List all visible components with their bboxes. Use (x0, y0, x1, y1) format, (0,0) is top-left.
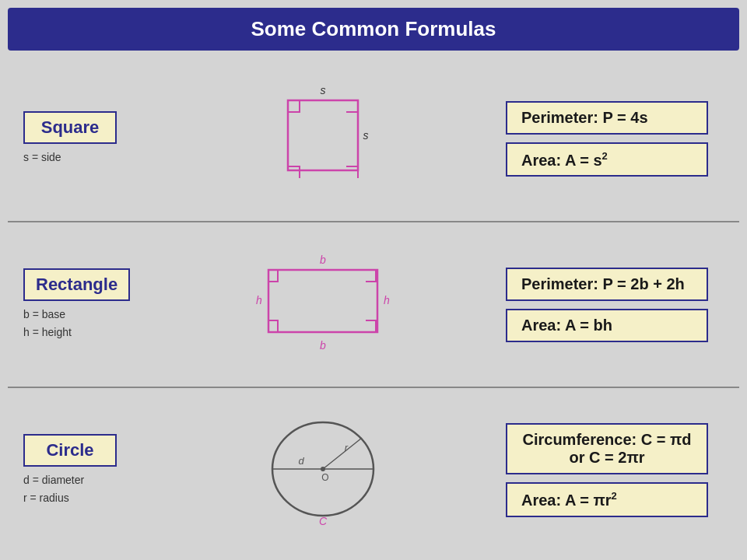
shape-info-square: Square s = side (23, 111, 132, 166)
svg-text:b: b (320, 254, 326, 266)
section-square: Square s = side s s Perimeter: (8, 57, 739, 222)
svg-rect-0 (288, 100, 358, 170)
perimeter-formula-square: Perimeter: P = 4s (506, 101, 708, 135)
note-h: h = height (23, 326, 72, 338)
area-text-circle: Area: A = πr (521, 492, 612, 509)
svg-text:b: b (320, 339, 326, 352)
note-r: r = radius (23, 492, 69, 504)
area-formula-square: Area: A = s2 (506, 142, 708, 177)
diagram-circle: C d r O (156, 408, 490, 533)
page: Some Common Formulas Square s = side s (0, 0, 747, 560)
formulas-rectangle: Perimeter: P = 2b + 2h Area: A = bh (506, 268, 724, 342)
shape-note-rectangle: b = base h = height (23, 306, 72, 341)
area-formula-circle: Area: A = πr2 (506, 482, 708, 517)
area-formula-rectangle: Area: A = bh (506, 309, 708, 342)
shape-label-rectangle: Rectangle (23, 268, 130, 301)
area-sup-square: 2 (602, 150, 608, 162)
svg-rect-3 (268, 270, 377, 332)
area-text-square: Area: A = s (521, 151, 602, 168)
svg-text:r: r (345, 442, 349, 453)
svg-text:O: O (321, 472, 328, 483)
shape-info-rectangle: Rectangle b = base h = height (23, 268, 132, 341)
svg-text:s: s (363, 129, 369, 142)
svg-text:s: s (321, 84, 326, 96)
shape-note-square: s = side (23, 149, 61, 166)
circumference-formula-circle: Circumference: C = πd or C = 2πr (506, 423, 708, 474)
shape-note-circle: d = diameter r = radius (23, 471, 84, 506)
svg-text:h: h (256, 294, 262, 306)
svg-text:d: d (298, 455, 304, 467)
perimeter-formula-rectangle: Perimeter: P = 2b + 2h (506, 268, 708, 301)
svg-text:h: h (384, 294, 390, 306)
svg-line-10 (323, 438, 362, 469)
sections: Square s = side s s Perimeter: (8, 57, 739, 552)
circ-line2: or C = 2πr (518, 449, 696, 467)
shape-info-circle: Circle d = diameter r = radius (23, 434, 132, 506)
shape-label-square: Square (23, 111, 117, 144)
section-circle: Circle d = diameter r = radius (8, 388, 739, 552)
page-title: Some Common Formulas (8, 8, 739, 51)
area-sup-circle: 2 (612, 490, 617, 502)
svg-text:C: C (319, 515, 328, 527)
note-d: d = diameter (23, 474, 84, 486)
svg-point-11 (321, 467, 325, 471)
diagram-rectangle: b h h b (156, 247, 490, 363)
diagram-square: s s (156, 77, 490, 201)
circ-line1: Circumference: C = πd (518, 431, 696, 449)
note-b: b = base (23, 308, 65, 320)
shape-label-circle: Circle (23, 434, 117, 467)
section-rectangle: Rectangle b = base h = height b (8, 222, 739, 388)
formulas-circle: Circumference: C = πd or C = 2πr Area: A… (506, 423, 724, 517)
formulas-square: Perimeter: P = 4s Area: A = s2 (506, 101, 724, 177)
